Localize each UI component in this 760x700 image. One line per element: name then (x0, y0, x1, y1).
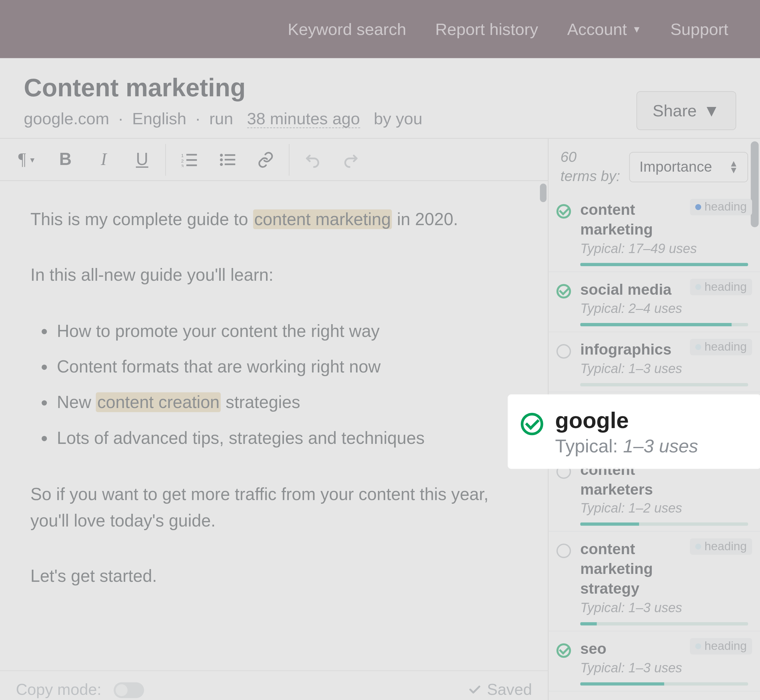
term-sub: Typical: 1–3 uses (580, 661, 748, 676)
redo-button[interactable] (332, 144, 370, 175)
term-item[interactable]: heading content marketing Typical: 17–49… (548, 192, 760, 272)
undo-button[interactable] (293, 144, 332, 175)
bullet-list: How to promote your content the right wa… (57, 317, 517, 452)
copy-mode-control: Copy mode: (16, 680, 144, 698)
badge-dot-icon (695, 644, 701, 650)
editor-pane: ¶ ▼ B I U 1 2 3 (0, 139, 548, 700)
meta-domain: google.com (24, 109, 109, 128)
undo-icon (304, 151, 321, 168)
highlighted-term: content marketing (253, 209, 392, 229)
highlighted-term: content creation (96, 392, 221, 412)
meta-by: by you (374, 109, 422, 128)
nav-account-label: Account (567, 19, 627, 39)
scrollbar-thumb[interactable] (540, 183, 547, 202)
link-button[interactable] (246, 144, 285, 175)
ordered-list-button[interactable]: 1 2 3 (170, 144, 208, 175)
nav-support[interactable]: Support (670, 19, 728, 39)
empty-circle-icon (556, 544, 571, 558)
page-title: Content marketing (24, 74, 422, 102)
highlight-term-card[interactable]: google Typical: 1–3 uses (509, 395, 760, 467)
heading-badge: heading (690, 539, 752, 555)
term-sub: Typical: 1–3 uses (580, 361, 748, 377)
top-nav: Keyword search Report history Account ▼ … (0, 0, 760, 58)
text: in 2020. (392, 209, 458, 229)
check-circle-icon (556, 204, 571, 219)
term-progress (580, 682, 748, 686)
heading-badge: heading (690, 638, 752, 655)
term-item[interactable]: heading social media Typical: 2–4 uses (548, 272, 760, 332)
term-progress (580, 523, 748, 526)
underline-icon: U (136, 149, 148, 170)
list-item: Content formats that are working right n… (57, 353, 517, 380)
badge-dot-icon (695, 204, 701, 210)
term-progress (580, 383, 748, 386)
svg-text:1: 1 (181, 153, 183, 158)
pilcrow-icon: ¶ (18, 150, 26, 169)
text: New (57, 392, 96, 412)
toolbar-separator (165, 144, 166, 175)
ordered-list-icon: 1 2 3 (181, 152, 197, 167)
badge-label: heading (704, 200, 747, 214)
term-sub: Typical: 17–49 uses (580, 241, 748, 256)
paragraph: This is my complete guide to content mar… (30, 206, 517, 233)
badge-dot-icon (695, 544, 701, 550)
bold-button[interactable]: B (46, 144, 85, 175)
saved-label: Saved (487, 680, 532, 698)
text: strategies (221, 392, 300, 412)
text: This is my complete guide to (30, 209, 253, 229)
paragraph-style-button[interactable]: ¶ ▼ (8, 144, 46, 175)
term-sub: Typical: 2–4 uses (580, 301, 748, 316)
heading-badge: heading (690, 279, 752, 295)
svg-rect-11 (225, 163, 235, 165)
unordered-list-button[interactable] (208, 144, 246, 175)
check-circle-icon (556, 284, 571, 298)
italic-button[interactable]: I (85, 144, 123, 175)
underline-button[interactable]: U (123, 144, 161, 175)
badge-dot-icon (695, 344, 701, 350)
share-label: Share (653, 101, 697, 120)
heading-badge: heading (690, 339, 752, 355)
nav-report-history[interactable]: Report history (435, 19, 538, 39)
badge-label: heading (704, 540, 747, 554)
badge-label: heading (704, 639, 747, 653)
term-item[interactable]: heading infographics Typical: 1–3 uses (548, 332, 760, 392)
nav-keyword-search[interactable]: Keyword search (288, 19, 406, 39)
nav-account[interactable]: Account ▼ (567, 19, 641, 39)
editor-body[interactable]: This is my complete guide to content mar… (0, 181, 548, 670)
copy-mode-label: Copy mode: (16, 680, 101, 698)
term-progress (580, 622, 748, 625)
terms-count-number: 60 (560, 148, 577, 165)
text: 1–3 uses (623, 436, 698, 456)
list-item: Lots of advanced tips, strategies and te… (57, 425, 517, 452)
copy-mode-toggle[interactable] (114, 682, 144, 698)
svg-point-6 (220, 153, 223, 156)
sort-caret-icon: ▲▼ (729, 161, 738, 173)
heading-badge: heading (690, 199, 752, 216)
page-header: Content marketing google.com · English ·… (0, 58, 760, 138)
meta-run-prefix: run (210, 109, 233, 128)
saved-status: Saved (467, 680, 532, 698)
meta-language: English (132, 109, 186, 128)
share-button[interactable]: Share ▼ (636, 91, 736, 130)
term-sub: Typical: 1–3 uses (580, 600, 748, 616)
svg-point-8 (220, 162, 223, 166)
meta-run-time[interactable]: 38 minutes ago (247, 109, 360, 128)
svg-text:3: 3 (181, 163, 183, 167)
badge-dot-icon (695, 284, 701, 290)
italic-icon: I (101, 150, 107, 169)
check-circle-icon (521, 413, 543, 435)
paragraph: In this all-new guide you'll learn: (30, 262, 517, 289)
paragraph: So if you want to get more traffic from … (30, 481, 517, 534)
term-item[interactable]: heading content marketing strategy Typic… (548, 532, 760, 632)
svg-text:2: 2 (181, 158, 183, 163)
sidebar-header: 60 terms by: Importance ▲▼ (548, 139, 760, 192)
text: Typical: (555, 436, 618, 456)
chevron-down-icon: ▼ (632, 24, 641, 34)
check-icon (467, 682, 482, 697)
svg-rect-9 (225, 154, 235, 156)
editor-footer: Copy mode: Saved (0, 670, 548, 700)
term-item[interactable]: heading seo Typical: 1–3 uses (548, 631, 760, 692)
sort-select[interactable]: Importance ▲▼ (630, 152, 748, 182)
svg-rect-4 (186, 159, 197, 161)
bold-icon: B (59, 149, 72, 170)
